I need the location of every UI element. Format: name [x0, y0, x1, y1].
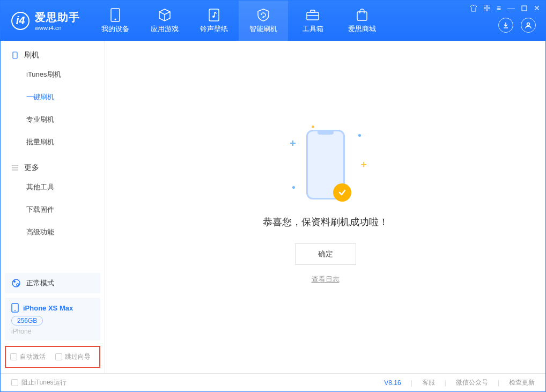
main-content: 恭喜您，保资料刷机成功啦！ 确定 查看日志	[105, 41, 545, 373]
nav-toolbox[interactable]: 工具箱	[288, 1, 337, 41]
sidebar-item-onekey-flash[interactable]: 一键刷机	[1, 86, 105, 108]
music-icon	[207, 8, 221, 22]
phone-icon	[11, 51, 19, 59]
ok-button[interactable]: 确定	[295, 243, 356, 265]
header-right: ≡ — ✕	[464, 1, 545, 41]
app-window: i4 爱思助手 www.i4.cn 我的设备 应用游戏 铃声壁纸 智能刷机	[0, 0, 546, 392]
footer-link-support[interactable]: 客服	[422, 378, 435, 387]
svg-rect-11	[488, 9, 490, 11]
svg-point-20	[17, 284, 19, 286]
maximize-button[interactable]	[521, 5, 527, 11]
app-title: 爱思助手	[35, 10, 80, 25]
close-button[interactable]: ✕	[534, 4, 540, 12]
sidebar-item-itunes-flash[interactable]: iTunes刷机	[1, 63, 105, 86]
toolbox-icon	[306, 8, 320, 22]
checkbox-block-itunes[interactable]: 阻止iTunes运行	[11, 378, 67, 387]
nav-apps-games[interactable]: 应用游戏	[140, 1, 189, 41]
header: i4 爱思助手 www.i4.cn 我的设备 应用游戏 铃声壁纸 智能刷机	[1, 1, 545, 41]
svg-rect-5	[311, 10, 315, 12]
svg-rect-2	[209, 9, 219, 21]
cube-icon	[158, 8, 172, 22]
window-controls: ≡ — ✕	[470, 4, 540, 12]
list-icon	[11, 164, 19, 172]
view-log-link[interactable]: 查看日志	[312, 275, 340, 284]
checkbox-skip-guide[interactable]: 跳过向导	[55, 352, 91, 361]
device-capacity: 256GB	[11, 316, 43, 326]
status-icon	[11, 278, 21, 288]
sidebar-section-more: 更多	[1, 163, 105, 176]
check-badge-icon	[333, 183, 351, 202]
top-nav: 我的设备 应用游戏 铃声壁纸 智能刷机 工具箱 爱思商城	[91, 1, 387, 41]
checkbox-auto-activate[interactable]: 自动激活	[10, 352, 46, 361]
checkbox-icon	[11, 379, 18, 386]
svg-point-13	[527, 23, 530, 26]
nav-my-device[interactable]: 我的设备	[91, 1, 140, 41]
footer-link-wechat[interactable]: 微信公众号	[456, 378, 488, 387]
logo-area: i4 爱思助手 www.i4.cn	[1, 1, 91, 41]
shirt-icon[interactable]	[470, 4, 477, 12]
bag-icon	[355, 8, 369, 22]
body: 刷机 iTunes刷机 一键刷机 专业刷机 批量刷机 更多 其他工具 下载固件 …	[1, 41, 545, 373]
grid-icon[interactable]	[484, 5, 490, 11]
device-card[interactable]: iPhone XS Max 256GB iPhone	[5, 298, 100, 341]
svg-point-19	[13, 280, 16, 283]
nav-store[interactable]: 爱思商城	[337, 1, 387, 41]
version-label: V8.16	[384, 379, 401, 387]
svg-point-3	[212, 16, 215, 18]
success-message: 恭喜您，保资料刷机成功啦！	[263, 216, 388, 228]
sidebar-item-batch-flash[interactable]: 批量刷机	[1, 131, 105, 153]
checkbox-icon	[10, 353, 17, 360]
sidebar-item-download-firmware[interactable]: 下载固件	[1, 198, 105, 221]
svg-rect-10	[484, 9, 486, 11]
user-button[interactable]	[521, 18, 536, 33]
device-name-text: iPhone XS Max	[23, 304, 73, 312]
svg-rect-12	[522, 6, 527, 11]
svg-rect-7	[357, 12, 367, 20]
svg-rect-8	[484, 5, 486, 8]
status-card[interactable]: 正常模式	[5, 273, 100, 293]
svg-point-22	[14, 310, 16, 311]
svg-rect-4	[307, 12, 319, 20]
nav-ringtones-wallpapers[interactable]: 铃声壁纸	[189, 1, 239, 41]
logo-icon: i4	[11, 12, 29, 30]
device-type: iPhone	[11, 328, 94, 335]
menu-icon[interactable]: ≡	[497, 4, 501, 12]
svg-rect-14	[13, 52, 17, 58]
svg-rect-9	[488, 5, 490, 8]
download-button[interactable]	[498, 18, 513, 33]
sidebar-section-flash: 刷机	[1, 50, 105, 63]
device-icon	[108, 8, 122, 22]
app-site: www.i4.cn	[35, 25, 80, 31]
sidebar: 刷机 iTunes刷机 一键刷机 专业刷机 批量刷机 更多 其他工具 下载固件 …	[1, 41, 105, 373]
sidebar-item-advanced[interactable]: 高级功能	[1, 221, 105, 243]
checkbox-icon	[55, 353, 62, 360]
refresh-shield-icon	[256, 8, 270, 22]
sidebar-item-other-tools[interactable]: 其他工具	[1, 176, 105, 198]
sidebar-item-pro-flash[interactable]: 专业刷机	[1, 108, 105, 131]
svg-point-1	[115, 18, 116, 20]
device-phone-icon	[11, 303, 19, 313]
minimize-button[interactable]: —	[507, 4, 515, 12]
success-illustration	[306, 130, 345, 199]
highlighted-options: 自动激活 跳过向导	[5, 346, 100, 368]
status-mode: 正常模式	[26, 278, 54, 288]
footer: 阻止iTunes运行 V8.16 | 客服 | 微信公众号 | 检查更新	[1, 373, 545, 391]
nav-smart-flash[interactable]: 智能刷机	[239, 1, 288, 41]
footer-link-update[interactable]: 检查更新	[509, 378, 535, 387]
